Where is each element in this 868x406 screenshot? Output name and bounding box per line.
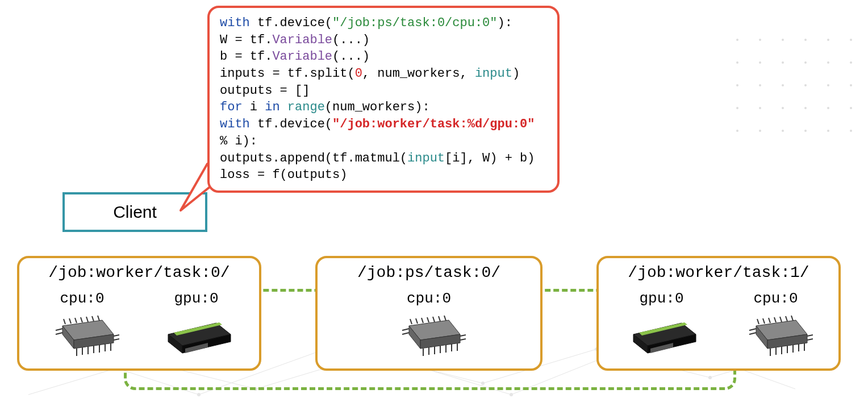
svg-point-9: [804, 61, 807, 64]
svg-point-19: [759, 107, 761, 109]
svg-point-24: [736, 130, 738, 132]
svg-line-62: [92, 316, 94, 321]
svg-line-98: [402, 333, 409, 334]
svg-line-87: [433, 317, 435, 322]
svg-line-74: [114, 339, 119, 340]
svg-line-123: [749, 329, 756, 330]
ps0-cpu: cpu:0: [392, 290, 466, 363]
svg-line-110: [763, 318, 765, 324]
svg-line-125: [807, 335, 813, 336]
svg-point-23: [850, 107, 852, 109]
svg-line-109: [757, 319, 759, 324]
svg-point-50: [510, 393, 513, 396]
gpu-card-icon: [625, 312, 699, 363]
worker0-cpu: cpu:0: [45, 290, 119, 363]
svg-line-88: [439, 316, 440, 321]
svg-line-112: [774, 317, 776, 322]
svg-line-86: [427, 317, 429, 322]
svg-line-100: [460, 339, 466, 340]
code-bubble: with tf.device("/job:ps/task:0/cpu:0"): …: [207, 6, 560, 193]
svg-line-71: [56, 329, 62, 330]
task-worker-0: /job:worker/task:0/ cpu:0 gpu:0: [17, 256, 261, 371]
svg-point-26: [782, 130, 784, 132]
svg-point-27: [804, 130, 807, 132]
svg-line-84: [416, 318, 418, 324]
svg-line-126: [807, 339, 813, 340]
svg-point-48: [197, 393, 201, 396]
svg-point-2: [782, 39, 784, 41]
dot-grid-decoration: [726, 28, 868, 171]
svg-point-13: [759, 84, 761, 86]
svg-line-59: [75, 318, 77, 323]
svg-line-83: [410, 319, 412, 324]
worker1-gpu: gpu:0: [625, 290, 699, 363]
svg-line-99: [460, 335, 466, 336]
svg-line-58: [69, 318, 71, 324]
worker1-cpu: cpu:0: [739, 290, 813, 363]
svg-line-111: [769, 318, 770, 323]
svg-line-60: [81, 317, 82, 322]
svg-point-25: [759, 130, 761, 132]
svg-point-16: [827, 84, 829, 86]
svg-line-61: [86, 317, 88, 322]
svg-point-29: [850, 130, 852, 132]
svg-point-20: [782, 107, 784, 109]
svg-point-18: [736, 107, 738, 109]
svg-line-57: [64, 319, 65, 324]
svg-point-12: [736, 84, 738, 86]
task-worker-1: /job:worker/task:1/ gpu:0 cpu:0: [596, 256, 841, 371]
svg-point-10: [827, 61, 829, 64]
svg-point-15: [804, 84, 807, 86]
svg-point-5: [850, 39, 852, 41]
task-worker-1-title: /job:worker/task:1/: [610, 264, 827, 281]
svg-line-113: [780, 317, 782, 322]
svg-point-0: [736, 39, 738, 41]
task-ps-0-title: /job:ps/task:0/: [329, 264, 529, 281]
svg-point-1: [759, 39, 761, 41]
cpu-chip-icon: [392, 312, 466, 363]
svg-point-6: [736, 61, 738, 64]
svg-line-114: [786, 316, 787, 321]
svg-line-72: [56, 333, 62, 334]
task-worker-0-title: /job:worker/task:0/: [31, 264, 248, 281]
task-ps-0: /job:ps/task:0/ cpu:0: [315, 256, 542, 371]
cpu-chip-icon: [45, 312, 119, 363]
svg-line-97: [402, 329, 409, 330]
svg-line-115: [791, 316, 793, 321]
svg-line-85: [422, 318, 423, 323]
svg-point-21: [804, 107, 807, 109]
svg-line-73: [114, 335, 119, 336]
svg-point-14: [782, 84, 784, 86]
gpu-card-icon: [160, 312, 233, 363]
svg-line-89: [444, 316, 446, 321]
svg-point-17: [850, 84, 852, 86]
svg-point-11: [850, 61, 852, 64]
svg-point-28: [827, 130, 829, 132]
svg-point-22: [827, 107, 829, 109]
svg-point-7: [759, 61, 761, 64]
svg-point-8: [782, 61, 784, 64]
svg-point-4: [827, 39, 829, 41]
client-label: Client: [113, 202, 157, 222]
svg-line-63: [98, 316, 99, 321]
svg-point-3: [804, 39, 807, 41]
worker0-gpu: gpu:0: [160, 290, 233, 363]
cpu-chip-icon: [739, 312, 813, 363]
svg-line-124: [749, 333, 756, 334]
